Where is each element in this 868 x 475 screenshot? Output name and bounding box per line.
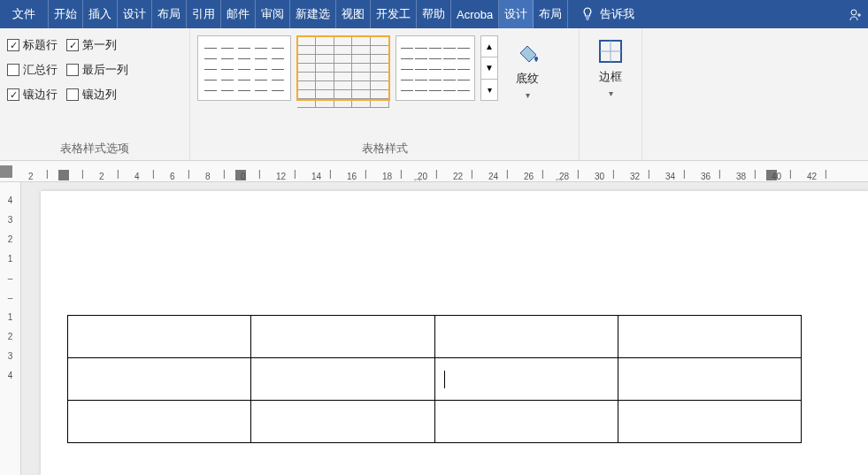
- table-cell[interactable]: [251, 401, 434, 443]
- group-label-table-styles: 表格样式: [197, 137, 572, 158]
- chevron-down-icon: ▾: [526, 90, 530, 100]
- table-cell[interactable]: [434, 316, 618, 358]
- gallery-up-button[interactable]: ▲: [481, 36, 497, 57]
- share-icon: [849, 7, 863, 21]
- tab-review[interactable]: 审阅: [256, 0, 290, 28]
- check-banded-columns[interactable]: 镶边列: [66, 87, 117, 103]
- tab-newtab[interactable]: 新建选: [290, 0, 336, 28]
- table-cell[interactable]: [618, 401, 801, 443]
- check-header-row[interactable]: ✓标题行: [7, 37, 58, 53]
- tab-view[interactable]: 视图: [336, 0, 371, 28]
- style-thumb-1[interactable]: [197, 35, 291, 101]
- document-area: 4321––1234: [0, 182, 868, 475]
- table-cell[interactable]: [68, 401, 251, 443]
- check-first-column[interactable]: ✓第一列: [66, 37, 117, 53]
- tab-acrobat[interactable]: Acroba: [451, 0, 499, 28]
- vertical-ruler[interactable]: 4321––1234: [0, 182, 21, 475]
- horizontal-ruler[interactable]: 2||2|4|6|8|0|12|14|16|18|20|▽22|24|26|28…: [0, 161, 868, 182]
- tab-help[interactable]: 帮助: [417, 0, 451, 28]
- tab-tool-layout[interactable]: 布局: [534, 0, 568, 28]
- share-button[interactable]: [843, 0, 868, 28]
- table-cell[interactable]: [434, 401, 618, 443]
- table-row: [68, 358, 802, 401]
- table-cell[interactable]: [68, 358, 251, 401]
- group-label-style-options: 表格样式选项: [7, 137, 182, 158]
- table-row: [68, 401, 802, 443]
- gallery-down-button[interactable]: ▼: [481, 57, 497, 79]
- table-cell[interactable]: [618, 316, 801, 358]
- gallery-spinner: ▲ ▼ ▾: [480, 35, 498, 101]
- shading-button[interactable]: 底纹 ▾: [503, 35, 551, 100]
- check-last-column[interactable]: 最后一列: [66, 62, 128, 78]
- table-cell[interactable]: [68, 316, 251, 358]
- table-cell[interactable]: [251, 316, 434, 358]
- gallery-more-button[interactable]: ▾: [481, 80, 497, 100]
- style-thumb-2-selected[interactable]: [296, 35, 390, 101]
- tab-layout[interactable]: 布局: [152, 0, 187, 28]
- svg-point-0: [851, 10, 856, 15]
- group-borders: 边框 ▾: [580, 28, 642, 160]
- table-cell-cursor[interactable]: [434, 358, 618, 401]
- tab-mailings[interactable]: 邮件: [221, 0, 256, 28]
- table-row: [68, 316, 802, 358]
- group-table-styles: ▲ ▼ ▾ 底纹 ▾ 表格样式: [190, 28, 580, 160]
- tab-design[interactable]: 设计: [118, 0, 152, 28]
- tabstop-selector[interactable]: [0, 165, 12, 178]
- tab-insert[interactable]: 插入: [83, 0, 118, 28]
- table-cell[interactable]: [618, 358, 801, 401]
- paint-bucket-icon: [513, 39, 542, 67]
- table-cell[interactable]: [251, 358, 434, 401]
- tell-me-label: 告诉我: [600, 6, 634, 22]
- document-table[interactable]: [67, 315, 802, 443]
- ribbon-tabbar: 文件 开始 插入 设计 布局 引用 邮件 审阅 新建选 视图 开发工 帮助 Ac…: [0, 0, 868, 28]
- tab-developer[interactable]: 开发工: [371, 0, 417, 28]
- group-table-style-options: ✓标题行 ✓第一列 汇总行 最后一列 ✓镶边行 镶边列 表格样式选项: [0, 28, 190, 160]
- tab-home[interactable]: 开始: [49, 0, 83, 28]
- tab-tool-design[interactable]: 设计: [499, 0, 534, 28]
- borders-icon: [596, 37, 625, 65]
- tell-me[interactable]: 告诉我: [568, 0, 647, 28]
- table-styles-gallery[interactable]: ▲ ▼ ▾ 底纹 ▾: [197, 34, 551, 101]
- borders-button[interactable]: 边框 ▾: [587, 34, 634, 98]
- lightbulb-icon: [580, 7, 595, 21]
- ribbon: ✓标题行 ✓第一列 汇总行 最后一列 ✓镶边行 镶边列 表格样式选项: [0, 28, 868, 161]
- check-total-row[interactable]: 汇总行: [7, 62, 58, 78]
- document-page[interactable]: [41, 191, 868, 475]
- check-banded-rows[interactable]: ✓镶边行: [7, 87, 58, 103]
- chevron-down-icon: ▾: [609, 88, 613, 98]
- style-thumb-3[interactable]: [396, 35, 475, 101]
- tab-file[interactable]: 文件: [0, 0, 49, 28]
- tab-references[interactable]: 引用: [187, 0, 221, 28]
